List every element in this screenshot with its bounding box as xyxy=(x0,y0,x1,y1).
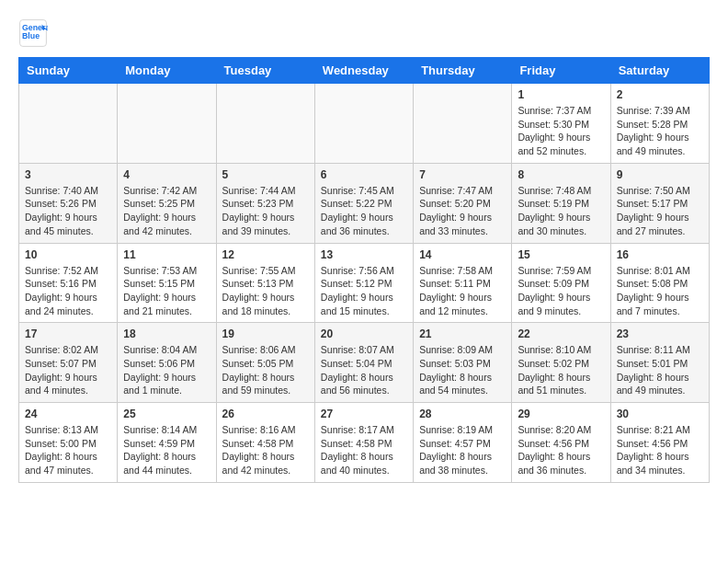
calendar-cell: 28Sunrise: 8:19 AM Sunset: 4:57 PM Dayli… xyxy=(414,403,512,483)
day-info: Sunrise: 8:19 AM Sunset: 4:57 PM Dayligh… xyxy=(419,423,506,477)
day-number: 9 xyxy=(617,168,703,181)
calendar-cell: 11Sunrise: 7:53 AM Sunset: 5:15 PM Dayli… xyxy=(118,243,216,323)
day-info: Sunrise: 7:47 AM Sunset: 5:20 PM Dayligh… xyxy=(419,184,506,238)
day-info: Sunrise: 7:39 AM Sunset: 5:28 PM Dayligh… xyxy=(617,104,703,158)
day-info: Sunrise: 7:37 AM Sunset: 5:30 PM Dayligh… xyxy=(518,104,604,158)
calendar-cell: 10Sunrise: 7:52 AM Sunset: 5:16 PM Dayli… xyxy=(19,243,118,323)
day-number: 2 xyxy=(617,88,703,101)
logo-icon: General Blue xyxy=(18,18,48,48)
day-number: 29 xyxy=(518,408,604,420)
day-info: Sunrise: 8:13 AM Sunset: 5:00 PM Dayligh… xyxy=(25,423,111,477)
day-number: 19 xyxy=(222,327,309,340)
weekday-header-sunday: Sunday xyxy=(19,58,118,84)
day-info: Sunrise: 7:44 AM Sunset: 5:23 PM Dayligh… xyxy=(222,184,309,238)
day-info: Sunrise: 7:45 AM Sunset: 5:22 PM Dayligh… xyxy=(321,184,407,238)
calendar-cell xyxy=(314,84,413,164)
day-number: 5 xyxy=(222,168,309,181)
day-number: 23 xyxy=(617,327,703,340)
day-number: 17 xyxy=(25,327,111,340)
day-number: 12 xyxy=(222,248,309,261)
day-info: Sunrise: 7:42 AM Sunset: 5:25 PM Dayligh… xyxy=(123,184,210,238)
day-info: Sunrise: 8:02 AM Sunset: 5:07 PM Dayligh… xyxy=(25,343,111,397)
calendar-week-1: 1Sunrise: 7:37 AM Sunset: 5:30 PM Daylig… xyxy=(19,84,710,164)
day-number: 22 xyxy=(518,327,604,340)
calendar-cell: 14Sunrise: 7:58 AM Sunset: 5:11 PM Dayli… xyxy=(414,243,512,323)
calendar-cell: 9Sunrise: 7:50 AM Sunset: 5:17 PM Daylig… xyxy=(610,163,709,243)
day-number: 27 xyxy=(321,408,407,420)
calendar-table: SundayMondayTuesdayWednesdayThursdayFrid… xyxy=(18,57,710,483)
day-info: Sunrise: 8:04 AM Sunset: 5:06 PM Dayligh… xyxy=(123,343,210,397)
calendar-cell: 16Sunrise: 8:01 AM Sunset: 5:08 PM Dayli… xyxy=(610,243,709,323)
day-info: Sunrise: 7:58 AM Sunset: 5:11 PM Dayligh… xyxy=(419,264,506,318)
day-number: 13 xyxy=(321,248,407,261)
calendar-cell: 7Sunrise: 7:47 AM Sunset: 5:20 PM Daylig… xyxy=(414,163,512,243)
weekday-header-monday: Monday xyxy=(118,58,216,84)
calendar-cell: 2Sunrise: 7:39 AM Sunset: 5:28 PM Daylig… xyxy=(610,84,709,164)
day-info: Sunrise: 7:40 AM Sunset: 5:26 PM Dayligh… xyxy=(25,184,111,238)
calendar-cell: 21Sunrise: 8:09 AM Sunset: 5:03 PM Dayli… xyxy=(414,323,512,403)
calendar-cell: 1Sunrise: 7:37 AM Sunset: 5:30 PM Daylig… xyxy=(512,84,610,164)
calendar-cell: 25Sunrise: 8:14 AM Sunset: 4:59 PM Dayli… xyxy=(118,403,216,483)
calendar-cell: 5Sunrise: 7:44 AM Sunset: 5:23 PM Daylig… xyxy=(216,163,314,243)
day-number: 21 xyxy=(419,327,506,340)
day-info: Sunrise: 8:06 AM Sunset: 5:05 PM Dayligh… xyxy=(222,343,309,397)
calendar-week-2: 3Sunrise: 7:40 AM Sunset: 5:26 PM Daylig… xyxy=(19,163,710,243)
day-number: 10 xyxy=(25,248,111,261)
day-number: 20 xyxy=(321,327,407,340)
day-info: Sunrise: 8:21 AM Sunset: 4:56 PM Dayligh… xyxy=(617,423,703,477)
calendar-cell xyxy=(414,84,512,164)
day-info: Sunrise: 8:14 AM Sunset: 4:59 PM Dayligh… xyxy=(123,423,210,477)
day-number: 1 xyxy=(518,88,604,101)
day-info: Sunrise: 7:50 AM Sunset: 5:17 PM Dayligh… xyxy=(617,184,703,238)
calendar-cell: 22Sunrise: 8:10 AM Sunset: 5:02 PM Dayli… xyxy=(512,323,610,403)
day-info: Sunrise: 8:09 AM Sunset: 5:03 PM Dayligh… xyxy=(419,343,506,397)
calendar-cell: 23Sunrise: 8:11 AM Sunset: 5:01 PM Dayli… xyxy=(610,323,709,403)
calendar-cell: 6Sunrise: 7:45 AM Sunset: 5:22 PM Daylig… xyxy=(314,163,413,243)
day-info: Sunrise: 7:59 AM Sunset: 5:09 PM Dayligh… xyxy=(518,264,604,318)
calendar-cell: 20Sunrise: 8:07 AM Sunset: 5:04 PM Dayli… xyxy=(314,323,413,403)
calendar-cell: 29Sunrise: 8:20 AM Sunset: 4:56 PM Dayli… xyxy=(512,403,610,483)
weekday-header-thursday: Thursday xyxy=(414,58,512,84)
day-number: 7 xyxy=(419,168,506,181)
logo: General Blue xyxy=(18,18,48,48)
calendar-cell: 8Sunrise: 7:48 AM Sunset: 5:19 PM Daylig… xyxy=(512,163,610,243)
day-info: Sunrise: 7:56 AM Sunset: 5:12 PM Dayligh… xyxy=(321,264,407,318)
day-info: Sunrise: 7:52 AM Sunset: 5:16 PM Dayligh… xyxy=(25,264,111,318)
calendar-cell: 30Sunrise: 8:21 AM Sunset: 4:56 PM Dayli… xyxy=(610,403,709,483)
day-number: 3 xyxy=(25,168,111,181)
calendar-cell: 12Sunrise: 7:55 AM Sunset: 5:13 PM Dayli… xyxy=(216,243,314,323)
day-number: 8 xyxy=(518,168,604,181)
calendar-cell: 4Sunrise: 7:42 AM Sunset: 5:25 PM Daylig… xyxy=(118,163,216,243)
weekday-header-wednesday: Wednesday xyxy=(314,58,413,84)
weekday-header-tuesday: Tuesday xyxy=(216,58,314,84)
calendar-week-5: 24Sunrise: 8:13 AM Sunset: 5:00 PM Dayli… xyxy=(19,403,710,483)
day-info: Sunrise: 7:48 AM Sunset: 5:19 PM Dayligh… xyxy=(518,184,604,238)
calendar-cell: 13Sunrise: 7:56 AM Sunset: 5:12 PM Dayli… xyxy=(314,243,413,323)
calendar-cell: 15Sunrise: 7:59 AM Sunset: 5:09 PM Dayli… xyxy=(512,243,610,323)
day-info: Sunrise: 8:16 AM Sunset: 4:58 PM Dayligh… xyxy=(222,423,309,477)
day-number: 15 xyxy=(518,248,604,261)
day-info: Sunrise: 8:20 AM Sunset: 4:56 PM Dayligh… xyxy=(518,423,604,477)
day-info: Sunrise: 7:55 AM Sunset: 5:13 PM Dayligh… xyxy=(222,264,309,318)
calendar-cell: 19Sunrise: 8:06 AM Sunset: 5:05 PM Dayli… xyxy=(216,323,314,403)
day-info: Sunrise: 8:11 AM Sunset: 5:01 PM Dayligh… xyxy=(617,343,703,397)
weekday-header-friday: Friday xyxy=(512,58,610,84)
svg-text:Blue: Blue xyxy=(22,31,40,40)
day-number: 26 xyxy=(222,408,309,420)
calendar-cell: 3Sunrise: 7:40 AM Sunset: 5:26 PM Daylig… xyxy=(19,163,118,243)
day-number: 4 xyxy=(123,168,210,181)
calendar-cell xyxy=(118,84,216,164)
calendar-cell: 27Sunrise: 8:17 AM Sunset: 4:58 PM Dayli… xyxy=(314,403,413,483)
day-number: 6 xyxy=(321,168,407,181)
day-number: 11 xyxy=(123,248,210,261)
day-info: Sunrise: 8:17 AM Sunset: 4:58 PM Dayligh… xyxy=(321,423,407,477)
day-info: Sunrise: 8:07 AM Sunset: 5:04 PM Dayligh… xyxy=(321,343,407,397)
calendar-cell: 24Sunrise: 8:13 AM Sunset: 5:00 PM Dayli… xyxy=(19,403,118,483)
calendar-week-4: 17Sunrise: 8:02 AM Sunset: 5:07 PM Dayli… xyxy=(19,323,710,403)
calendar-week-3: 10Sunrise: 7:52 AM Sunset: 5:16 PM Dayli… xyxy=(19,243,710,323)
page-header: General Blue xyxy=(18,18,710,48)
calendar-cell: 17Sunrise: 8:02 AM Sunset: 5:07 PM Dayli… xyxy=(19,323,118,403)
day-number: 18 xyxy=(123,327,210,340)
day-number: 24 xyxy=(25,408,111,420)
day-info: Sunrise: 8:10 AM Sunset: 5:02 PM Dayligh… xyxy=(518,343,604,397)
